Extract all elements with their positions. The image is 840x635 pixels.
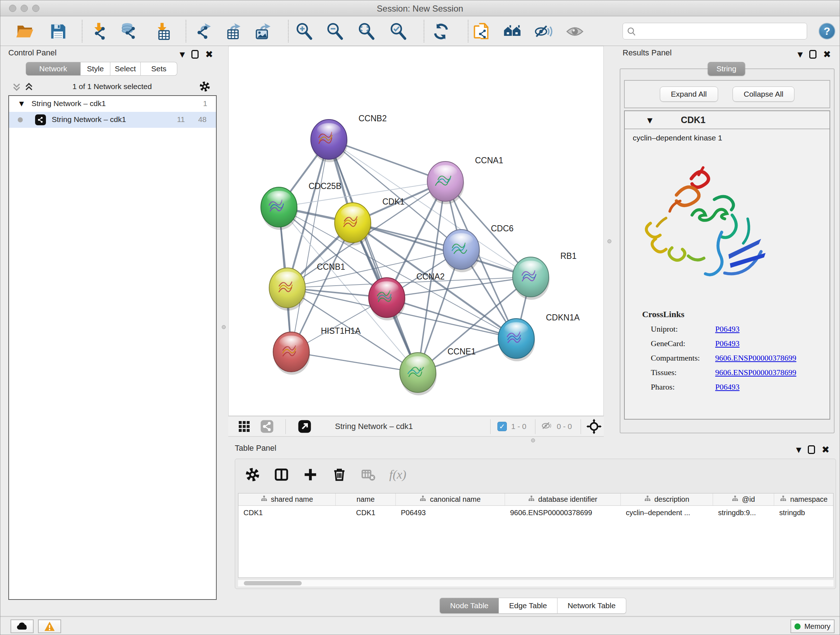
crosslink-link[interactable]: P06493 — [715, 339, 739, 348]
first-neighbors-button[interactable] — [502, 21, 523, 42]
clone-network-button[interactable] — [471, 21, 492, 42]
table-cell[interactable]: 9606.ENSP00000378699 — [505, 506, 621, 520]
search-input[interactable] — [639, 23, 798, 39]
crosslink-link[interactable]: P06493 — [715, 325, 739, 334]
node-CDC25B[interactable]: CDC25B — [261, 181, 341, 230]
open-session-button[interactable] — [15, 21, 35, 42]
import-network-file-button[interactable] — [88, 21, 109, 42]
collapse-entry-icon[interactable]: ▼ — [647, 116, 653, 124]
column-header-namespace[interactable]: namespace — [774, 494, 834, 505]
node-CDKN1A[interactable]: CDKN1A — [498, 313, 580, 361]
warnings-button[interactable] — [38, 619, 61, 633]
selected-checkbox-icon[interactable]: ✓ — [497, 422, 507, 431]
node-CDK1[interactable]: CDK1 — [335, 197, 404, 245]
tab-node-table[interactable]: Node Table — [439, 598, 499, 614]
network-options-gear-icon[interactable] — [199, 81, 210, 93]
node-table[interactable]: shared namenamecanonical namedatabase id… — [238, 493, 834, 578]
table-cell[interactable]: cyclin–dependent ... — [621, 506, 713, 520]
table-cell[interactable]: CDK1 — [238, 506, 336, 520]
panel-float-icon[interactable] — [808, 445, 815, 454]
add-column-plus-icon[interactable] — [302, 467, 318, 483]
edge-CCNA1-CDC25B[interactable] — [279, 181, 445, 207]
crosslink-link[interactable]: P06493 — [715, 382, 739, 392]
splitter-handle[interactable] — [607, 239, 611, 243]
node-CDC6[interactable]: CDC6 — [443, 224, 514, 272]
protein-entry-header[interactable]: ▼ CDK1 — [625, 111, 829, 129]
export-table-button[interactable] — [223, 21, 243, 42]
tab-select[interactable]: Select — [111, 62, 141, 76]
table-cell[interactable]: stringdb:9... — [713, 506, 774, 520]
column-header-description[interactable]: description — [621, 494, 713, 505]
node-CCNB2[interactable]: CCNB2 — [311, 114, 387, 162]
panel-close-icon[interactable]: ✖ — [205, 49, 213, 60]
show-columns-icon[interactable] — [273, 467, 289, 483]
panel-close-icon[interactable]: ✖ — [823, 49, 831, 60]
tab-network[interactable]: Network — [26, 62, 81, 76]
table-horizontal-scrollbar[interactable] — [238, 580, 834, 586]
memory-button[interactable]: Memory — [790, 619, 835, 633]
import-table-button[interactable] — [152, 21, 172, 42]
column-header--id[interactable]: @id — [713, 494, 774, 505]
export-network-button[interactable] — [193, 21, 213, 42]
show-all-button[interactable] — [565, 21, 585, 42]
column-header-shared-name[interactable]: shared name — [238, 494, 336, 505]
panel-close-icon[interactable]: ✖ — [821, 444, 829, 455]
view-grid-button[interactable] — [238, 416, 251, 436]
hidden-eye-slash-icon[interactable] — [540, 419, 553, 434]
edge-CCNB2-CCNE1[interactable] — [329, 139, 418, 372]
fit-content-crosshair-icon[interactable] — [586, 416, 602, 436]
table-cell[interactable]: P06493 — [396, 506, 505, 520]
node-CCNE1[interactable]: CCNE1 — [400, 347, 476, 395]
expand-all-button[interactable]: Expand All — [660, 87, 718, 102]
scrollbar-thumb[interactable] — [244, 581, 302, 585]
collapse-all-button[interactable]: Collapse All — [733, 87, 795, 102]
node-RB1[interactable]: RB1 — [513, 251, 576, 300]
splitter-handle[interactable] — [222, 325, 226, 329]
tab-string[interactable]: String — [708, 62, 745, 76]
panel-menu-icon[interactable]: ▼ — [796, 446, 802, 454]
hide-selected-button[interactable] — [533, 21, 553, 42]
zoom-selected-button[interactable] — [388, 21, 409, 42]
refresh-button[interactable] — [431, 21, 451, 42]
table-cell[interactable]: stringdb — [774, 506, 834, 520]
panel-menu-icon[interactable]: ▼ — [798, 50, 803, 58]
network-canvas[interactable]: CCNB2 CCNA1 CDC25B CDK1 CDC6 RB1 CCNB1 — [228, 46, 604, 416]
view-share-button[interactable] — [260, 416, 274, 436]
edge-HIST1H1A-CCNE1[interactable] — [291, 352, 418, 372]
edge-CCNA2-CDKN1A[interactable] — [387, 298, 516, 339]
search-box[interactable] — [622, 23, 807, 40]
network-row[interactable]: String Network – cdk1 11 48 — [9, 112, 216, 128]
edge-CCNB2-HIST1H1A[interactable] — [291, 139, 329, 352]
import-network-database-button[interactable] — [118, 21, 139, 42]
tab-style[interactable]: Style — [81, 62, 111, 76]
help-button[interactable]: ? — [819, 23, 835, 40]
panel-float-icon[interactable] — [191, 50, 199, 59]
table-settings-gear-icon[interactable] — [245, 467, 261, 483]
tab-sets[interactable]: Sets — [141, 62, 177, 76]
table-row[interactable]: CDK1CDK1P064939606.ENSP00000378699cyclin… — [238, 506, 833, 520]
tab-network-table[interactable]: Network Table — [557, 598, 626, 614]
crosslink-link[interactable]: 9606.ENSP00000378699 — [715, 353, 796, 363]
panel-menu-icon[interactable]: ▼ — [180, 50, 185, 58]
node-HIST1H1A[interactable]: HIST1H1A — [273, 326, 361, 375]
zoom-fit-button[interactable] — [356, 21, 377, 42]
panel-float-icon[interactable] — [809, 50, 816, 59]
network-collection-row[interactable]: ▼ String Network – cdk1 1 — [9, 96, 216, 112]
tab-edge-table[interactable]: Edge Table — [499, 598, 557, 614]
column-header-canonical-name[interactable]: canonical name — [396, 494, 505, 505]
zoom-in-button[interactable] — [294, 21, 314, 42]
collapse-icon[interactable]: ▼ — [19, 100, 24, 107]
crosslink-link[interactable]: 9606.ENSP00000378699 — [715, 368, 796, 377]
export-image-button[interactable] — [253, 21, 273, 42]
open-in-browser-button[interactable] — [298, 416, 311, 436]
cloud-button[interactable] — [11, 619, 34, 633]
zoom-out-button[interactable] — [325, 21, 345, 42]
delete-column-trash-icon[interactable] — [332, 467, 347, 483]
column-header-name[interactable]: name — [336, 494, 396, 505]
node-CCNA1[interactable]: CCNA1 — [427, 156, 503, 204]
column-header-database-identifier[interactable]: database identifier — [505, 494, 621, 505]
table-cell[interactable]: CDK1 — [336, 506, 396, 520]
node-CCNA2[interactable]: CCNA2 — [369, 272, 445, 320]
save-session-button[interactable] — [48, 21, 68, 42]
network-graph[interactable]: CCNB2 CCNA1 CDC25B CDK1 CDC6 RB1 CCNB1 — [229, 46, 603, 416]
